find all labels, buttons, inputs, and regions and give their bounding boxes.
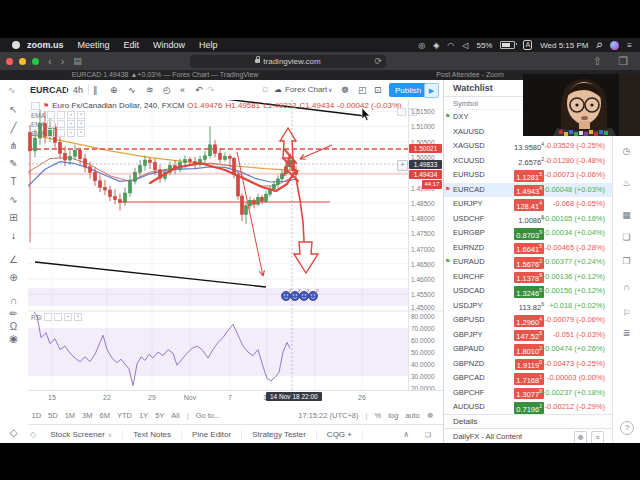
watchlist-row[interactable]: GBPUSD1.29604-0.00079 (-0.06%): [444, 313, 613, 328]
tv-logo-icon[interactable]: ∿: [8, 80, 16, 99]
eye-icon[interactable]: [44, 313, 52, 321]
forward-button[interactable]: ›: [61, 55, 65, 67]
trendline-tool-icon[interactable]: ╱: [0, 123, 27, 133]
screen-record-icon[interactable]: ◎: [418, 41, 425, 50]
watchlist-row[interactable]: USDCAD1.32465+0.00156 (+0.12%): [444, 284, 613, 299]
notification-center-icon[interactable]: ≡: [627, 41, 632, 50]
watchlist-row[interactable]: GBPNZD1.91190-0.00473 (-0.25%): [444, 357, 613, 372]
draw-mode-icon[interactable]: ✏: [0, 309, 27, 319]
eye-icon[interactable]: [47, 120, 55, 128]
chats-icon[interactable]: ❐: [613, 256, 640, 266]
range-button-all[interactable]: All: [171, 411, 179, 420]
close-icon[interactable]: ×: [77, 111, 85, 119]
hotlists-icon[interactable]: ♨: [613, 178, 640, 188]
watchlist-symbol[interactable]: EURJPY: [453, 199, 483, 208]
range-button-5y[interactable]: 5Y: [155, 411, 164, 420]
menu-item-window[interactable]: Window: [153, 40, 185, 50]
goto-date-button[interactable]: Go to...: [196, 411, 221, 420]
undo-icon[interactable]: ↶: [195, 80, 203, 99]
range-button-ytd[interactable]: YTD: [117, 411, 132, 420]
watchlist-symbol[interactable]: AUDUSD: [453, 402, 485, 411]
watchlist-row[interactable]: EURUSD1.12815-0.00073 (-0.06%): [444, 168, 613, 183]
rsi-label[interactable]: RSI: [31, 314, 42, 321]
watchlist-symbol[interactable]: EURNZD: [453, 243, 484, 252]
symbol-flag-icon[interactable]: ⚑: [445, 257, 450, 264]
date-axis[interactable]: 152229Nov7121926 14 Nov 18 22:00: [28, 390, 443, 408]
watchlist-symbol[interactable]: EURAUD: [453, 257, 485, 266]
prediction-tool-icon[interactable]: ⊞: [0, 213, 27, 223]
pane-maximize-icon[interactable]: [397, 108, 406, 116]
menu-item-zoomus[interactable]: zoom.us: [27, 40, 64, 50]
symbol-flag-icon[interactable]: ⚑: [445, 185, 450, 192]
alert-level-badge[interactable]: 1.50021: [409, 144, 442, 153]
watchlist-symbol[interactable]: USDCHF: [453, 214, 484, 223]
watchlist-row[interactable]: XCUUSD2.65762-0.01280 (-0.48%): [444, 154, 613, 169]
menu-item-edit[interactable]: Edit: [124, 40, 140, 50]
scale-button-log[interactable]: log: [388, 411, 398, 420]
watchlist-row[interactable]: EURCHF1.13789+0.00136 (+0.12%): [444, 270, 613, 285]
fullscreen-icon[interactable]: ◰: [358, 80, 367, 99]
snapshot-icon[interactable]: ⊡: [374, 80, 382, 99]
watchlist-row[interactable]: XAGUSD13.95804-0.03529 (-0.25%): [444, 139, 613, 154]
watchlist-row[interactable]: EURNZD1.66415-0.00465 (-0.28%): [444, 241, 613, 256]
brush-tool-icon[interactable]: ✎: [0, 159, 27, 169]
ideas-icon[interactable]: ❏: [613, 232, 640, 242]
menu-item-meeting[interactable]: Meeting: [78, 40, 110, 50]
watchlist-symbol[interactable]: USDJPY: [453, 301, 483, 310]
sidebar-icon[interactable]: ▤: [73, 56, 82, 66]
tabs-icon[interactable]: ❐: [618, 55, 628, 68]
panel-maximize-icon[interactable]: ❏: [425, 431, 431, 439]
range-button-1d[interactable]: 1D: [32, 411, 42, 420]
tab-text-notes[interactable]: Text Notes: [123, 430, 182, 439]
tab-stock-screener[interactable]: Stock Screener∨: [40, 430, 123, 439]
watchlist-symbol[interactable]: EURUSD: [453, 170, 485, 179]
watchlist-symbol[interactable]: GBPJPY: [453, 330, 483, 339]
reload-icon[interactable]: ⟳: [374, 56, 382, 66]
eye-icon[interactable]: [47, 129, 55, 137]
watchlist-symbol[interactable]: XAUUSD: [453, 127, 484, 136]
plus-icon[interactable]: +: [67, 111, 75, 119]
apple-icon[interactable]: [12, 41, 20, 49]
lock-drawings-icon[interactable]: Ω: [0, 322, 27, 332]
range-button-1m[interactable]: 1M: [65, 411, 75, 420]
watchlist-symbol[interactable]: EURCHF: [453, 272, 484, 281]
legend-title[interactable]: Euro Fx/Canadian Dollar, 240, FXCM: [52, 101, 184, 110]
collapse-icon[interactable]: [31, 102, 40, 110]
range-button-1y[interactable]: 1Y: [139, 411, 148, 420]
pitchfork-tool-icon[interactable]: ⋔: [0, 141, 27, 151]
support-icon[interactable]: ∩: [613, 282, 640, 292]
panel-collapse-icon[interactable]: ∧: [403, 430, 409, 439]
watchlist-symbol[interactable]: USDCAD: [453, 286, 485, 295]
symbol-flag-icon[interactable]: ⚑: [445, 112, 450, 119]
zoom-tool-icon[interactable]: ⊕: [0, 273, 27, 283]
chart-canvas[interactable]: 2222: [28, 100, 443, 390]
watchlist-symbol[interactable]: XCUUSD: [453, 156, 485, 165]
range-button-3m[interactable]: 3M: [82, 411, 92, 420]
help-icon[interactable]: ?: [620, 421, 634, 435]
indicator-label[interactable]: EMA: [31, 130, 45, 137]
indicator-label[interactable]: EMA: [31, 121, 45, 128]
plus-icon[interactable]: +: [67, 120, 75, 128]
close-icon[interactable]: ×: [77, 129, 85, 137]
input-source-icon[interactable]: A: [523, 40, 532, 50]
tab-strategy-tester[interactable]: Strategy Tester: [242, 430, 317, 439]
hide-drawings-icon[interactable]: ◉: [0, 334, 27, 344]
watchlist-row[interactable]: EURGBP0.87039+0.00034 (+0.04%): [444, 226, 613, 241]
gear-icon[interactable]: [57, 111, 65, 119]
play-button[interactable]: ▶: [424, 83, 439, 98]
chevron-down-icon[interactable]: ∨: [328, 80, 332, 99]
spotlight-icon[interactable]: ⚲: [594, 40, 605, 51]
watchlist-row[interactable]: USDJPY113.826+0.018 (+0.02%): [444, 299, 613, 314]
news-feed-row[interactable]: DailyFX - All Content ☸ ≡: [444, 428, 613, 443]
cursor-tool-icon[interactable]: ↖: [0, 105, 27, 115]
wifi-icon[interactable]: ◠: [447, 41, 454, 50]
pattern-tool-icon[interactable]: ∿: [0, 195, 27, 205]
watchlist-symbol[interactable]: GBPNZD: [453, 359, 484, 368]
details-section[interactable]: Details: [444, 414, 613, 428]
axis-settings-icon[interactable]: ☸: [427, 411, 434, 420]
magnet-tool-icon[interactable]: ∩: [0, 296, 27, 306]
scale-button-%[interactable]: %: [374, 411, 381, 420]
watchlist-symbol[interactable]: GBPUSD: [453, 315, 485, 324]
minimize-window-button[interactable]: [19, 58, 26, 65]
close-icon[interactable]: ×: [77, 120, 85, 128]
